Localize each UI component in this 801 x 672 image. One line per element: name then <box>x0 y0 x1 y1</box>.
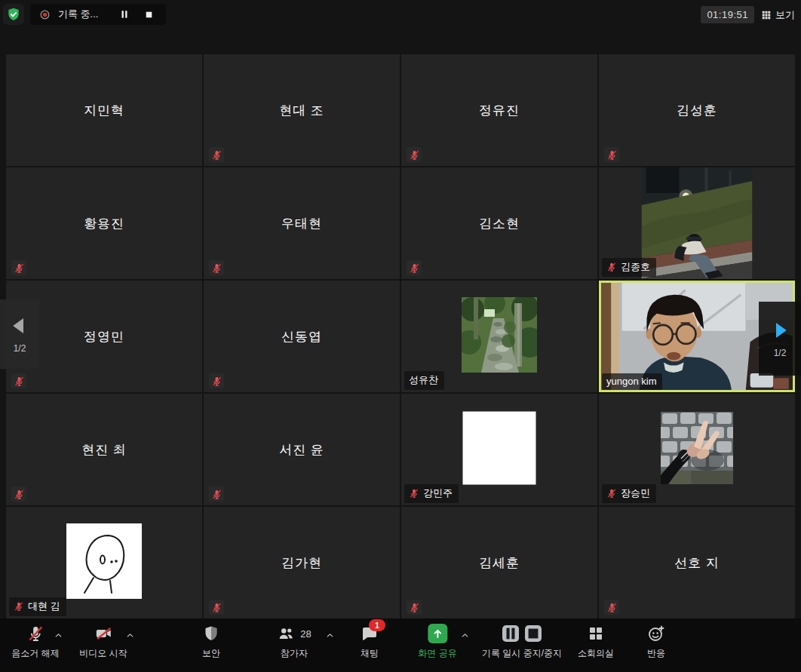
mic-muted-icon <box>606 488 617 499</box>
meeting-toolbar: 음소거 해제 비디오 시작 보안 28 참가자 1 채팅 화면 공유 <box>0 618 801 672</box>
mic-muted-icon <box>606 262 617 272</box>
share-screen-icon <box>428 624 447 643</box>
participant-name: 김성훈 <box>599 54 795 166</box>
shield-check-icon <box>6 7 21 22</box>
mic-muted-icon <box>11 486 26 502</box>
mic-muted-icon <box>409 488 419 499</box>
unmute-button[interactable]: 음소거 해제 <box>11 624 59 660</box>
participant-tile[interactable]: 성유찬 <box>401 281 597 392</box>
video-thumbnail-stone-path <box>462 297 537 373</box>
participant-name: 지민혁 <box>6 54 202 166</box>
chat-button[interactable]: 1 채팅 <box>361 624 379 660</box>
mic-muted-icon <box>11 373 26 388</box>
audio-options-caret[interactable] <box>54 630 64 640</box>
participants-options-caret[interactable] <box>325 630 336 640</box>
participant-name-label: 김종호 <box>602 258 656 277</box>
participant-name: 신동엽 <box>204 281 400 392</box>
camera-muted-icon <box>94 624 112 643</box>
video-thumbnail-white-square <box>463 412 536 485</box>
participant-tile[interactable]: 선호 지 <box>599 507 795 618</box>
pause-recording-button[interactable] <box>116 6 133 23</box>
participant-tile[interactable]: 현대 조 <box>204 54 400 166</box>
participant-tile[interactable]: 강민주 <box>401 394 597 505</box>
breakout-rooms-button[interactable]: 소회의실 <box>578 624 614 660</box>
mic-muted-icon <box>604 147 619 162</box>
participant-name: 현대 조 <box>204 54 400 166</box>
video-thumbnail-night-street <box>642 167 753 279</box>
mic-muted-icon <box>209 600 224 615</box>
next-page-arrow-icon <box>769 319 791 342</box>
mic-muted-icon <box>407 147 422 162</box>
participant-name-label: yungon kim <box>602 373 662 390</box>
record-dot-icon <box>39 9 51 20</box>
participants-button[interactable]: 28 참가자 <box>277 624 311 660</box>
participant-name: 황용진 <box>6 167 202 279</box>
mic-muted-icon <box>209 147 224 162</box>
participant-name-label: 장승민 <box>602 484 656 503</box>
start-video-button[interactable]: 비디오 시작 <box>79 624 127 660</box>
view-button[interactable]: 보기 <box>761 6 795 23</box>
participant-tile[interactable]: 장승민 <box>599 394 795 505</box>
participant-name: 김소현 <box>401 167 597 279</box>
participant-tile[interactable]: 현진 최 <box>6 394 202 505</box>
video-options-caret[interactable] <box>125 630 136 640</box>
page-indicator: 1/2 <box>14 343 26 354</box>
mic-muted-icon <box>604 600 619 615</box>
participant-name-label: 강민주 <box>404 484 459 503</box>
participant-tile[interactable]: 김세훈 <box>401 507 597 618</box>
security-button[interactable]: 보안 <box>202 624 220 660</box>
participant-name: 서진 윤 <box>204 394 400 505</box>
participant-tile[interactable]: 김성훈 <box>599 54 795 166</box>
shield-icon <box>202 624 220 643</box>
participants-count: 28 <box>300 628 311 640</box>
reactions-smiley-icon <box>647 624 665 643</box>
previous-page-button[interactable]: 1/2 <box>0 299 39 369</box>
page-indicator: 1/2 <box>774 348 787 358</box>
participant-tile[interactable]: 지민혁 <box>6 54 202 166</box>
mic-muted-icon <box>11 260 26 275</box>
participant-name: 선호 지 <box>599 507 795 618</box>
mic-muted-icon <box>407 600 422 615</box>
participants-icon <box>277 624 295 643</box>
participant-tile[interactable]: 대현 김 <box>6 507 202 618</box>
mic-muted-icon <box>407 260 422 275</box>
mic-muted-icon <box>209 260 224 275</box>
participant-tile[interactable]: 김가현 <box>204 507 400 618</box>
reactions-button[interactable]: 반응 <box>647 624 665 660</box>
participant-name: 김가현 <box>204 507 400 618</box>
participant-name: 현진 최 <box>6 394 202 505</box>
next-page-button[interactable]: 1/2 <box>759 302 801 376</box>
recording-status-text: 기록 중... <box>58 8 98 21</box>
participant-gallery: 지민혁 현대 조 정유진 김성훈 황용진 우태현 김소현 <box>6 54 795 618</box>
share-options-caret[interactable] <box>460 630 471 640</box>
participant-tile[interactable]: 우태현 <box>204 167 400 279</box>
participant-tile[interactable]: 정유진 <box>401 54 597 166</box>
mic-muted-icon <box>14 601 24 612</box>
mic-muted-icon <box>26 624 44 643</box>
share-screen-button[interactable]: 화면 공유 <box>418 624 456 660</box>
breakout-rooms-icon <box>587 624 605 643</box>
video-thumbnail-hand-peace <box>661 412 733 484</box>
stop-recording-button[interactable] <box>525 625 542 642</box>
stop-icon <box>144 10 154 20</box>
stop-recording-button[interactable] <box>140 6 157 23</box>
participant-tile[interactable]: 김소현 <box>401 167 597 279</box>
security-encryption-button[interactable] <box>3 4 24 25</box>
participant-name-label: 성유찬 <box>404 371 444 390</box>
meeting-timer: 01:19:51 <box>701 6 754 23</box>
grid-view-icon <box>761 10 772 20</box>
recording-controls: 기록 일시 중지/중지 <box>482 624 562 660</box>
mic-muted-icon <box>209 373 224 388</box>
participant-tile[interactable]: 황용진 <box>6 167 202 279</box>
video-thumbnail-face-doodle <box>66 523 142 599</box>
participant-name: 우태현 <box>204 167 400 279</box>
pause-icon <box>119 9 130 20</box>
pause-recording-button[interactable] <box>502 625 519 642</box>
participant-name-label: 대현 김 <box>9 597 66 616</box>
mic-muted-icon <box>209 486 224 502</box>
participant-tile[interactable]: 서진 윤 <box>204 394 400 505</box>
participant-tile[interactable]: 김종호 <box>599 167 795 279</box>
participant-tile[interactable]: 신동엽 <box>204 281 400 392</box>
participant-name: 정유진 <box>401 54 597 166</box>
previous-page-arrow-icon <box>8 315 31 337</box>
